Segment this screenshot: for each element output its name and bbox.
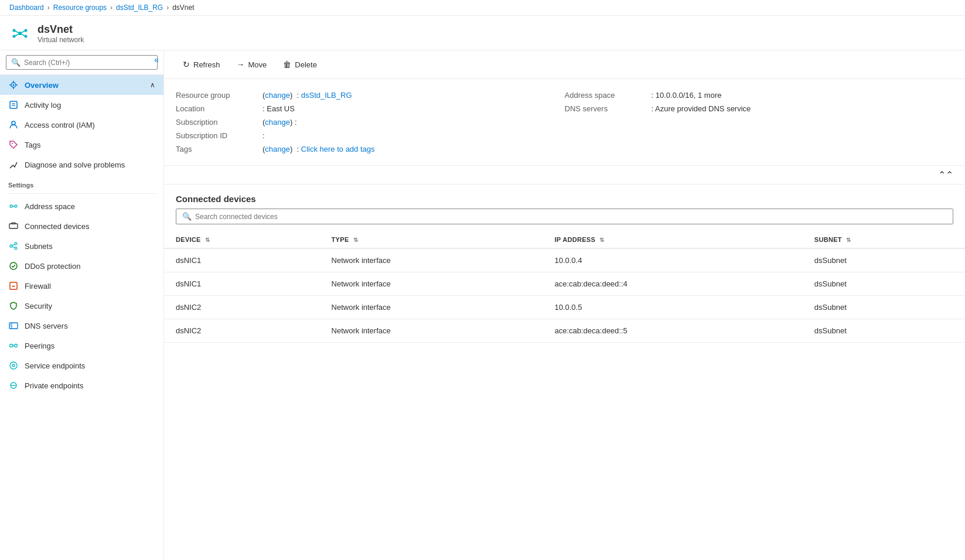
breadcrumb-resource-groups[interactable]: Resource groups bbox=[53, 4, 107, 12]
svg-rect-24 bbox=[9, 224, 18, 228]
sidebar-item-ddos[interactable]: DDoS protection bbox=[0, 256, 163, 276]
breadcrumb: Dashboard › Resource groups › dsStd_ILB_… bbox=[0, 0, 965, 16]
sidebar-item-overview-label: Overview bbox=[25, 81, 59, 90]
sidebar-item-security[interactable]: Security bbox=[0, 296, 163, 316]
overview-collapse-button[interactable]: ⌃⌃ bbox=[164, 166, 965, 185]
sidebar-item-subnets[interactable]: Subnets bbox=[0, 236, 163, 256]
svg-line-29 bbox=[12, 244, 15, 245]
ip-sort-icon[interactable]: ⇅ bbox=[599, 237, 604, 243]
svg-point-28 bbox=[15, 247, 17, 250]
resource-group-change-link[interactable]: change bbox=[265, 91, 290, 100]
dns-servers-value: : Azure provided DNS service bbox=[652, 104, 751, 113]
devices-search-box: 🔍 bbox=[176, 209, 953, 224]
security-icon bbox=[8, 301, 19, 311]
table-row: dsNIC2Network interface10.0.0.5dsSubnet bbox=[164, 296, 965, 319]
subscription-id-row: Subscription ID : bbox=[176, 129, 565, 142]
diagnose-icon bbox=[8, 159, 19, 170]
cell-ip_address: ace:cab:deca:deed::5 bbox=[543, 319, 802, 343]
refresh-button[interactable]: ↻ Refresh bbox=[176, 56, 227, 73]
subscription-value: (change) : bbox=[262, 118, 297, 127]
sidebar-item-service-endpoints-label: Service endpoints bbox=[25, 361, 85, 370]
move-button[interactable]: → Move bbox=[230, 56, 274, 73]
sidebar-item-service-endpoints[interactable]: Service endpoints bbox=[0, 356, 163, 375]
main-layout: « 🔍 Overview ∧ Activity log Access c bbox=[0, 50, 965, 560]
tags-value: (change) : Click here to add tags bbox=[262, 145, 375, 153]
refresh-label: Refresh bbox=[193, 60, 220, 69]
svg-rect-33 bbox=[9, 323, 18, 329]
sidebar-item-private-endpoints-label: Private endpoints bbox=[25, 381, 83, 390]
svg-point-39 bbox=[10, 362, 17, 369]
col-header-type: TYPE ⇅ bbox=[320, 231, 543, 248]
subnet-sort-icon[interactable]: ⇅ bbox=[846, 237, 851, 243]
subscription-change-link[interactable]: change bbox=[265, 118, 290, 127]
sidebar-item-peerings[interactable]: Peerings bbox=[0, 336, 163, 356]
activity-log-icon bbox=[8, 100, 19, 110]
subnets-icon bbox=[8, 241, 19, 251]
resource-icon bbox=[9, 23, 30, 44]
tags-row: Tags (change) : Click here to add tags bbox=[176, 142, 565, 156]
search-icon: 🔍 bbox=[11, 58, 21, 67]
breadcrumb-dashboard[interactable]: Dashboard bbox=[9, 4, 44, 12]
search-input[interactable] bbox=[24, 59, 152, 67]
cell-ip_address: 10.0.0.5 bbox=[543, 296, 802, 319]
sidebar-item-tags-label: Tags bbox=[25, 141, 40, 149]
svg-point-19 bbox=[12, 121, 15, 125]
cell-device: dsNIC2 bbox=[164, 319, 320, 343]
table-row: dsNIC1Network interfaceace:cab:deca:deed… bbox=[164, 272, 965, 296]
sidebar-item-overview[interactable]: Overview ∧ bbox=[0, 75, 163, 95]
dns-servers-label: DNS servers bbox=[565, 104, 647, 113]
sidebar-item-connected-devices[interactable]: Connected devices bbox=[0, 216, 163, 236]
breadcrumb-rg-name[interactable]: dsStd_ILB_RG bbox=[116, 4, 163, 12]
type-sort-icon[interactable]: ⇅ bbox=[353, 237, 358, 243]
delete-label: Delete bbox=[295, 60, 317, 69]
sidebar-item-activity-log-label: Activity log bbox=[25, 101, 61, 110]
cell-type: Network interface bbox=[320, 248, 543, 272]
address-space-label: Address space bbox=[565, 91, 647, 100]
cell-type: Network interface bbox=[320, 272, 543, 296]
cell-type: Network interface bbox=[320, 296, 543, 319]
delete-button[interactable]: 🗑 Delete bbox=[276, 56, 324, 73]
svg-point-37 bbox=[10, 344, 13, 347]
resource-title: dsVnet bbox=[37, 23, 84, 36]
sidebar: « 🔍 Overview ∧ Activity log Access c bbox=[0, 50, 164, 560]
svg-point-26 bbox=[10, 245, 12, 247]
devices-table: DEVICE ⇅ TYPE ⇅ IP ADDRESS ⇅ SUBNET bbox=[164, 231, 965, 343]
cell-device: dsNIC2 bbox=[164, 296, 320, 319]
peerings-icon bbox=[8, 340, 19, 351]
breadcrumb-current: dsVnet bbox=[172, 4, 194, 12]
sidebar-item-address-space[interactable]: Address space bbox=[0, 196, 163, 216]
sidebar-item-access-control[interactable]: Access control (IAM) bbox=[0, 115, 163, 135]
sidebar-item-diagnose-label: Diagnose and solve problems bbox=[25, 161, 125, 169]
resource-group-name[interactable]: dsStd_ILB_RG bbox=[301, 91, 352, 100]
resource-group-label: Resource group bbox=[176, 91, 258, 100]
resource-title-block: dsVnet Virtual network bbox=[37, 23, 84, 44]
sidebar-item-activity-log[interactable]: Activity log bbox=[0, 95, 163, 115]
nav-collapse-btn[interactable]: ∧ bbox=[150, 81, 155, 89]
sidebar-item-ddos-label: DDoS protection bbox=[25, 262, 80, 271]
cell-ip_address: 10.0.0.4 bbox=[543, 248, 802, 272]
sidebar-item-firewall[interactable]: Firewall bbox=[0, 276, 163, 296]
subscription-id-value: : bbox=[262, 131, 265, 140]
sidebar-item-dns-servers-label: DNS servers bbox=[25, 322, 68, 330]
sidebar-item-connected-devices-label: Connected devices bbox=[25, 222, 90, 231]
tags-icon bbox=[8, 139, 19, 150]
connected-devices-icon bbox=[8, 221, 19, 231]
service-endpoints-icon bbox=[8, 360, 19, 371]
svg-point-35 bbox=[10, 324, 11, 325]
subscription-row: Subscription (change) : bbox=[176, 115, 565, 129]
svg-point-11 bbox=[13, 84, 15, 86]
sidebar-item-tags[interactable]: Tags bbox=[0, 135, 163, 155]
settings-section-label: Settings bbox=[0, 175, 163, 191]
sidebar-item-diagnose[interactable]: Diagnose and solve problems bbox=[0, 155, 163, 175]
cell-device: dsNIC1 bbox=[164, 272, 320, 296]
resource-header: dsVnet Virtual network bbox=[0, 16, 965, 50]
devices-search-icon: 🔍 bbox=[182, 212, 192, 221]
overview-left-col: Resource group (change) : dsStd_ILB_RG L… bbox=[176, 88, 565, 156]
sidebar-item-dns-servers[interactable]: DNS servers bbox=[0, 316, 163, 336]
sidebar-collapse-button[interactable]: « bbox=[154, 55, 159, 64]
devices-search-input[interactable] bbox=[195, 213, 947, 221]
tags-change-link[interactable]: change bbox=[265, 145, 290, 153]
tags-add-link[interactable]: Click here to add tags bbox=[301, 145, 375, 153]
sidebar-item-private-endpoints[interactable]: Private endpoints bbox=[0, 375, 163, 395]
device-sort-icon[interactable]: ⇅ bbox=[205, 237, 210, 243]
